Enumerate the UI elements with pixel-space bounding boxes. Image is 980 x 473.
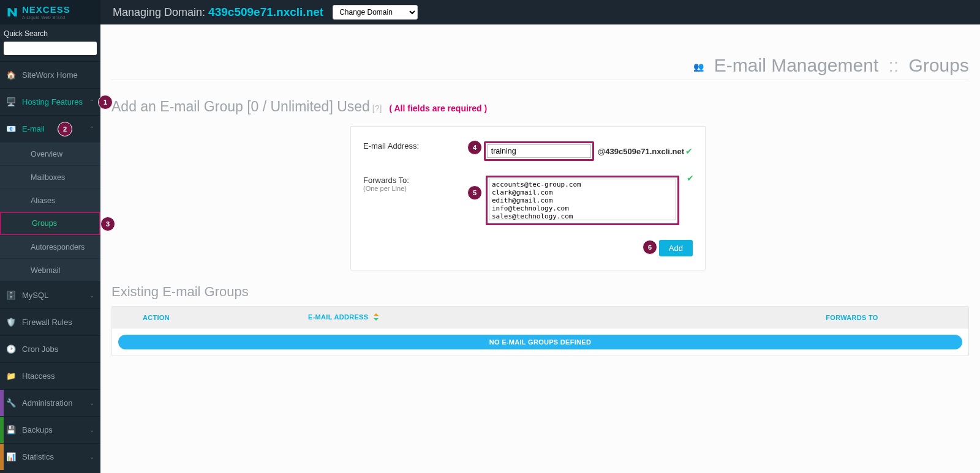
sidebar-item-hosting-features[interactable]: 🖥️ Hosting Features ⌃ 1 bbox=[0, 88, 100, 115]
database-icon: 🗄️ bbox=[6, 291, 16, 300]
top-bar: NEXCESS A Liquid Web Brand Managing Doma… bbox=[0, 0, 980, 24]
sidebar-sub-overview[interactable]: Overview bbox=[0, 142, 100, 165]
main-content: 👥 E-mail Management :: Groups Add an E-m… bbox=[100, 24, 980, 473]
email-address-label: E-mail Address: bbox=[363, 141, 484, 151]
annotation-dot-3: 3 bbox=[100, 217, 115, 231]
quick-search-label: Quick Search bbox=[4, 29, 97, 38]
change-domain-select[interactable]: Change Domain bbox=[333, 5, 418, 20]
sidebar-sub-groups[interactable]: Groups 3 bbox=[0, 212, 100, 235]
forwards-to-textarea[interactable] bbox=[489, 179, 676, 220]
quick-search-input[interactable] bbox=[4, 42, 97, 55]
check-ok-icon: ✔ bbox=[685, 146, 693, 156]
chevron-up-icon: ⌃ bbox=[89, 125, 94, 132]
page-title-row: 👥 E-mail Management :: Groups bbox=[111, 55, 969, 80]
col-action[interactable]: ACTION bbox=[112, 314, 296, 321]
sidebar-sub-autoresponders[interactable]: Autoresponders bbox=[0, 235, 100, 258]
sidebar-sub-webmail[interactable]: Webmail bbox=[0, 258, 100, 281]
sidebar-item-firewall[interactable]: 🛡️ Firewall Rules bbox=[0, 308, 100, 335]
page-title: 👥 E-mail Management :: Groups bbox=[693, 55, 969, 76]
sort-icon bbox=[373, 313, 379, 322]
chevron-down-icon: ⌄ bbox=[89, 426, 94, 433]
sidebar-sub-mailboxes[interactable]: Mailboxes bbox=[0, 165, 100, 188]
sidebar-item-backups[interactable]: 💾 Backups ⌄ bbox=[0, 416, 100, 443]
quick-search-block: Quick Search bbox=[0, 24, 100, 61]
mail-icon: 📧 bbox=[6, 124, 16, 134]
brand-logo[interactable]: NEXCESS A Liquid Web Brand bbox=[0, 0, 100, 24]
groups-table: ACTION E-MAIL ADDRESS FORWARDS TO NO E-M… bbox=[111, 306, 969, 356]
help-icon[interactable]: [?] bbox=[372, 103, 382, 113]
chevron-down-icon: ⌄ bbox=[89, 292, 94, 299]
sidebar-item-htaccess[interactable]: 📁 Htaccess bbox=[0, 362, 100, 389]
sidebar-item-statistics[interactable]: 📊 Statistics ⌄ bbox=[0, 443, 100, 470]
sidebar-item-cron[interactable]: 🕑 Cron Jobs bbox=[0, 335, 100, 362]
empty-state: NO E-MAIL GROUPS DEFINED bbox=[118, 335, 962, 349]
add-button[interactable]: Add bbox=[659, 240, 693, 256]
annotation-dot-5: 5 bbox=[467, 185, 482, 200]
annotation-dot-6: 6 bbox=[643, 240, 657, 255]
firewall-icon: 🛡️ bbox=[6, 318, 16, 327]
sidebar-item-administration[interactable]: 🔧 Administration ⌄ bbox=[0, 389, 100, 416]
home-icon: 🏠 bbox=[6, 70, 16, 80]
col-forwards[interactable]: FORWARDS TO bbox=[736, 314, 968, 321]
chevron-up-icon: ⌃ bbox=[89, 99, 94, 105]
sidebar: Quick Search 🏠 SiteWorx Home 🖥️ Hosting … bbox=[0, 24, 100, 473]
sidebar-item-siteworx-home[interactable]: 🏠 SiteWorx Home bbox=[0, 61, 100, 88]
brand-name: NEXCESS bbox=[22, 5, 70, 14]
table-header: ACTION E-MAIL ADDRESS FORWARDS TO bbox=[112, 307, 968, 329]
folder-icon: 📁 bbox=[6, 371, 16, 381]
annotation-dot-1: 1 bbox=[98, 95, 113, 110]
managing-domain-value: 439c509e71.nxcli.net bbox=[208, 6, 323, 18]
email-domain-suffix: @439c509e71.nxcli.net bbox=[598, 147, 684, 156]
sidebar-item-email[interactable]: 📧 E-mail ⌃ 2 bbox=[0, 115, 100, 142]
managing-domain-label: Managing Domain: 439c509e71.nxcli.net bbox=[113, 6, 323, 19]
nexcess-logo-icon bbox=[6, 6, 18, 18]
groups-icon: 👥 bbox=[693, 62, 704, 72]
add-group-form: E-mail Address: 4 @439c509e71.nxcli.net … bbox=[350, 126, 706, 270]
col-email[interactable]: E-MAIL ADDRESS bbox=[296, 313, 736, 322]
chart-icon: 📊 bbox=[6, 452, 16, 462]
check-ok-icon: ✔ bbox=[687, 173, 694, 183]
annotation-dot-4: 4 bbox=[467, 140, 482, 155]
clock-icon: 🕑 bbox=[6, 345, 16, 354]
annotation-dot-2: 2 bbox=[58, 122, 72, 136]
existing-groups-heading: Existing E-mail Groups bbox=[111, 284, 969, 300]
sidebar-sub-aliases[interactable]: Aliases bbox=[0, 188, 100, 212]
email-address-input[interactable] bbox=[487, 144, 591, 158]
chevron-down-icon: ⌄ bbox=[89, 400, 94, 406]
required-note: ( All fields are required ) bbox=[389, 103, 487, 113]
backup-icon: 💾 bbox=[6, 425, 16, 435]
chevron-down-icon: ⌄ bbox=[89, 453, 94, 460]
monitor-icon: 🖥️ bbox=[6, 97, 16, 107]
wrench-icon: 🔧 bbox=[6, 398, 16, 408]
sidebar-item-mysql[interactable]: 🗄️ MySQL ⌄ bbox=[0, 281, 100, 308]
form-heading: Add an E-mail Group [0 / Unlimited] Used… bbox=[111, 99, 969, 115]
brand-sub: A Liquid Web Brand bbox=[22, 15, 70, 20]
